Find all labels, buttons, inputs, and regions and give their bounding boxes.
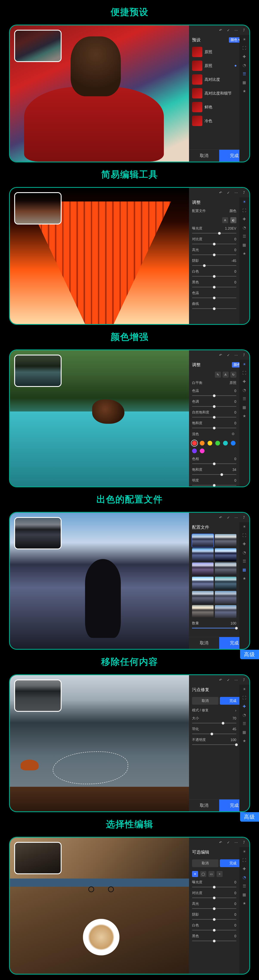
slider-control[interactable]: 饱和度0: [189, 420, 239, 430]
mask-icon[interactable]: ◔: [242, 712, 247, 718]
slider-track[interactable]: [192, 265, 237, 266]
slider-track[interactable]: [192, 744, 237, 745]
slider-track[interactable]: [192, 930, 237, 931]
mode-row[interactable]: 模式 / 修复›: [189, 707, 239, 715]
more-icon[interactable]: ⋯: [234, 840, 238, 845]
cancel-button[interactable]: 取消: [189, 637, 219, 649]
slider-control[interactable]: 黑色0: [189, 932, 239, 943]
preset-item[interactable]: 高对比度和细节: [189, 86, 239, 100]
presets-icon[interactable]: ☰: [242, 883, 247, 889]
slider-control[interactable]: 曲线: [189, 300, 239, 311]
auto-icon[interactable]: A: [222, 217, 228, 223]
color-swatch[interactable]: [192, 449, 197, 453]
slider-track[interactable]: [192, 406, 237, 407]
more-icon[interactable]: ⋯: [234, 678, 238, 682]
check-icon[interactable]: ✓: [226, 515, 231, 520]
slider-control[interactable]: 对比度0: [189, 236, 239, 247]
seg-cancel[interactable]: 取消: [192, 697, 219, 705]
heal-icon[interactable]: ✚: [242, 379, 247, 384]
target-icon[interactable]: ⊙: [232, 432, 237, 436]
crop-icon[interactable]: ⛶: [242, 208, 247, 213]
slider-track[interactable]: [192, 474, 237, 475]
profile-cell[interactable]: [215, 577, 237, 590]
slider-control[interactable]: 自然饱和度0: [189, 409, 239, 420]
slider-control[interactable]: 饱和度34: [189, 466, 239, 477]
star-icon[interactable]: ★: [242, 738, 247, 744]
preset-item[interactable]: 高对比度: [189, 73, 239, 86]
color-swatch[interactable]: [192, 441, 197, 445]
undo-icon[interactable]: ↶: [218, 678, 223, 682]
crop-icon[interactable]: ⛶: [242, 370, 247, 376]
more-icon[interactable]: ⋯: [234, 190, 238, 195]
preview-area[interactable]: [10, 675, 189, 811]
undo-icon[interactable]: ↶: [218, 190, 223, 195]
slider-control[interactable]: 色温: [189, 290, 239, 300]
seg-cancel[interactable]: 取消: [192, 859, 219, 867]
slider-track[interactable]: [192, 733, 237, 734]
star-icon[interactable]: ★: [242, 576, 247, 581]
share-icon[interactable]: ⤴: [242, 190, 246, 195]
before-thumbnail[interactable]: [14, 355, 62, 387]
slider-track[interactable]: [192, 485, 237, 485]
more-icon[interactable]: ⋯: [234, 353, 238, 357]
heal-icon[interactable]: ✚: [242, 866, 247, 872]
preview-area[interactable]: [10, 350, 189, 487]
tune-icon[interactable]: ☀: [242, 686, 247, 692]
star-icon[interactable]: ★: [242, 413, 247, 419]
profile-cell[interactable]: [215, 548, 237, 561]
profile-cell[interactable]: [215, 563, 237, 576]
preset-item[interactable]: 原照: [189, 59, 239, 73]
slider-control[interactable]: 高光0: [189, 900, 239, 911]
slider-track[interactable]: [192, 276, 237, 277]
before-thumbnail[interactable]: [14, 517, 62, 549]
slider-control[interactable]: 阴影-45: [189, 257, 239, 268]
color-swatch[interactable]: [223, 441, 228, 445]
check-icon[interactable]: ✓: [226, 840, 231, 845]
presets-icon[interactable]: ☰: [242, 721, 247, 726]
slider-control[interactable]: 色相0: [189, 455, 239, 466]
share-icon[interactable]: ⤴: [242, 515, 246, 520]
linear-mask-icon[interactable]: ▭: [208, 871, 215, 877]
profiles-icon[interactable]: ▦: [242, 242, 247, 248]
slider-control[interactable]: 大小70: [189, 715, 239, 725]
mask-icon[interactable]: ◔: [242, 387, 247, 393]
check-icon[interactable]: ✓: [226, 28, 231, 33]
slider-track[interactable]: [192, 243, 237, 244]
share-icon[interactable]: ⤴: [242, 28, 246, 33]
color-swatch[interactable]: [215, 441, 220, 445]
mask-icon[interactable]: ◔: [242, 550, 247, 555]
tune-icon[interactable]: ☀: [242, 199, 247, 205]
profiles-icon[interactable]: ▦: [242, 729, 247, 735]
slider-track[interactable]: [192, 887, 237, 888]
slider-control[interactable]: 羽化45: [189, 725, 239, 737]
slider-track[interactable]: [192, 298, 237, 298]
mask-icon[interactable]: ◔: [242, 62, 247, 68]
before-thumbnail[interactable]: [14, 192, 62, 224]
share-icon[interactable]: ⤴: [242, 840, 246, 845]
profile-cell[interactable]: [192, 563, 214, 576]
profile-cell[interactable]: [215, 605, 237, 618]
before-thumbnail[interactable]: [14, 842, 62, 874]
before-thumbnail[interactable]: [14, 30, 62, 62]
check-icon[interactable]: ✓: [226, 678, 231, 682]
tune-icon[interactable]: ☀: [242, 37, 247, 42]
slider-track[interactable]: [192, 463, 237, 464]
profiles-icon[interactable]: ▦: [242, 80, 247, 85]
tune-icon[interactable]: ☀: [242, 361, 247, 367]
slider-track[interactable]: [192, 428, 237, 428]
brush-mask-icon[interactable]: ✦: [192, 871, 198, 877]
slider-track[interactable]: [192, 255, 237, 255]
heal-icon[interactable]: ✚: [242, 541, 247, 547]
undo-icon[interactable]: ↶: [218, 840, 223, 845]
slider-track[interactable]: [192, 308, 237, 309]
profiles-icon[interactable]: ▦: [242, 404, 247, 410]
amount-control[interactable]: 数量 100: [189, 620, 239, 630]
star-icon[interactable]: ★: [242, 251, 247, 256]
auto-wb-icon[interactable]: A: [222, 372, 229, 378]
preview-area[interactable]: [10, 188, 189, 324]
color-swatch[interactable]: [208, 441, 212, 445]
preset-item[interactable]: 鲜艳: [189, 100, 239, 114]
slider-control[interactable]: 明度0: [189, 477, 239, 487]
slider-control[interactable]: 阴影0: [189, 911, 239, 922]
preview-area[interactable]: [10, 513, 189, 649]
